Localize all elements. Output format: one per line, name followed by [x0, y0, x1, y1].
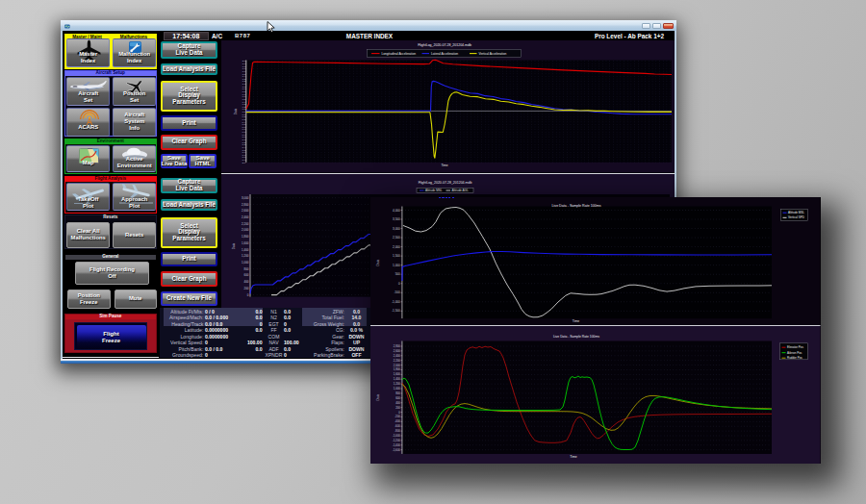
svg-text:Live Data - Sample Rate 100ms: Live Data - Sample Rate 100ms [552, 204, 601, 208]
svg-text:Altitude MSL: Altitude MSL [425, 189, 443, 192]
svg-text:3,000: 3,000 [241, 195, 248, 199]
svg-text:1,800: 1,800 [241, 235, 248, 239]
svg-text:600: 600 [395, 396, 400, 400]
svg-text:FlightLog_2020-07-28_201204.md: FlightLog_2020-07-28_201204.mdb [418, 181, 471, 185]
svg-text:2,800: 2,800 [394, 344, 400, 348]
svg-text:1,200: 1,200 [241, 254, 248, 258]
svg-text:-1,600: -1,600 [393, 448, 400, 452]
svg-text:2,000: 2,000 [394, 364, 400, 367]
svg-text:1,000: 1,000 [393, 263, 400, 266]
svg-text:200: 200 [243, 286, 248, 290]
svg-text:Time: Time [573, 318, 580, 322]
svg-text:Vertical SPD: Vertical SPD [788, 215, 805, 219]
svg-text:Data: Data [376, 393, 380, 400]
svg-text:2,200: 2,200 [394, 359, 400, 363]
svg-text:-1,400: -1,400 [393, 443, 400, 447]
svg-text:2,000: 2,000 [393, 244, 400, 248]
svg-text:Aileron Pos: Aileron Pos [787, 351, 802, 355]
svg-text:-1,200: -1,200 [393, 439, 400, 442]
svg-text:Longitudinal Acceleration: Longitudinal Acceleration [381, 52, 416, 56]
svg-text:Altitude AGL: Altitude AGL [451, 189, 468, 192]
svg-text:Elevator Pos: Elevator Pos [787, 345, 804, 349]
svg-text:2,600: 2,600 [394, 349, 400, 353]
svg-text:2,400: 2,400 [241, 214, 248, 218]
svg-text:800: 800 [243, 266, 248, 270]
svg-text:-2.0: -2.0 [241, 162, 245, 164]
svg-text:800: 800 [395, 391, 400, 395]
svg-text:1,000: 1,000 [394, 387, 400, 391]
svg-text:Lateral Acceleration: Lateral Acceleration [431, 52, 458, 56]
svg-text:2,600: 2,600 [241, 209, 248, 213]
svg-text:Data: Data [234, 109, 238, 115]
svg-text:Altitude MSL: Altitude MSL [788, 211, 804, 214]
svg-text:Data: Data [231, 242, 235, 249]
svg-text:400: 400 [395, 401, 400, 405]
svg-text:Time: Time [441, 164, 447, 167]
svg-text:Vertical Acceleration: Vertical Acceleration [478, 52, 506, 56]
svg-text:400: 400 [243, 280, 248, 284]
svg-text:500: 500 [395, 272, 400, 276]
svg-text:Data: Data [376, 259, 380, 265]
svg-text:1,800: 1,800 [394, 367, 400, 371]
svg-text:1,400: 1,400 [241, 247, 248, 251]
svg-text:2,800: 2,800 [241, 202, 248, 206]
svg-text:-1,500: -1,500 [392, 309, 400, 313]
svg-text:4,000: 4,000 [393, 208, 400, 212]
svg-text:FlightLog_2020-07-28_201204.md: FlightLog_2020-07-28_201204.mdb [418, 43, 471, 47]
svg-text:2,200: 2,200 [241, 221, 248, 225]
svg-text:-800: -800 [395, 429, 400, 433]
svg-text:1,200: 1,200 [394, 382, 400, 386]
svg-text:2,000: 2,000 [241, 228, 248, 232]
svg-text:Live Data - Sample Rate 100ms: Live Data - Sample Rate 100ms [553, 335, 599, 339]
svg-text:Time: Time [570, 455, 577, 459]
svg-text:1,400: 1,400 [394, 377, 400, 381]
svg-text:-200: -200 [395, 415, 400, 418]
svg-text:600: 600 [243, 273, 248, 277]
svg-text:1,000: 1,000 [241, 261, 248, 265]
svg-text:-500: -500 [395, 290, 400, 294]
svg-text:Rudder Pos: Rudder Pos [787, 356, 802, 360]
svg-text:-1,000: -1,000 [392, 299, 400, 303]
svg-text:-1,000: -1,000 [393, 434, 400, 438]
svg-text:1,600: 1,600 [394, 372, 400, 376]
svg-text:3,000: 3,000 [393, 226, 400, 230]
svg-text:1,500: 1,500 [393, 254, 400, 258]
svg-text:-600: -600 [395, 424, 400, 428]
svg-text:2,500: 2,500 [393, 236, 400, 239]
svg-text:1,600: 1,600 [241, 240, 248, 244]
svg-text:-400: -400 [395, 419, 400, 423]
svg-text:3,500: 3,500 [393, 217, 400, 221]
svg-text:0: 0 [398, 281, 400, 285]
svg-text:200: 200 [395, 406, 400, 410]
svg-text:2,400: 2,400 [394, 354, 400, 358]
